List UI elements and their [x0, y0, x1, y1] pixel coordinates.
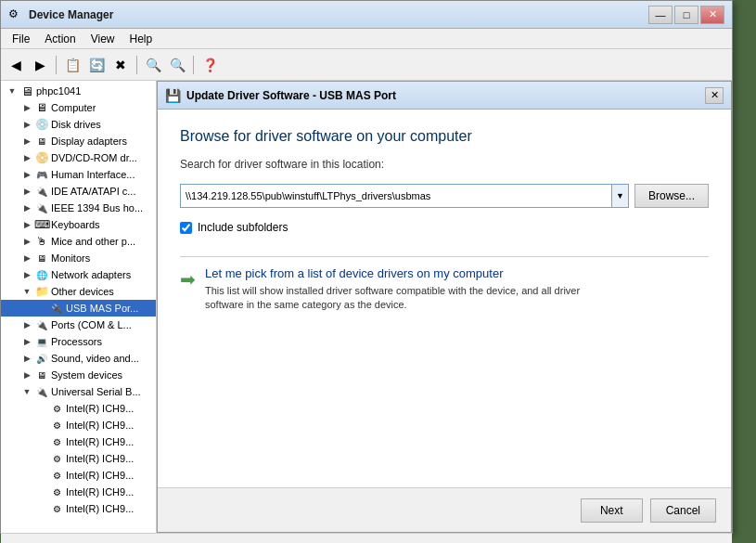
back-icon[interactable]: ◀	[5, 54, 27, 76]
processors-icon	[34, 334, 49, 349]
tree-ieee[interactable]: ▶ IEEE 1394 Bus ho...	[1, 200, 156, 216]
tree-keyboard-label: Keyboards	[51, 219, 100, 230]
path-dropdown-button[interactable]: ▼	[611, 185, 628, 207]
tree-other-devices[interactable]: ▼ Other devices	[1, 283, 156, 300]
tree-intel-4[interactable]: Intel(R) ICH9...	[1, 450, 156, 467]
tree-ieee-label: IEEE 1394 Bus ho...	[51, 202, 143, 213]
expand-ide[interactable]: ▶	[19, 187, 34, 196]
expand-network[interactable]: ▶	[19, 270, 34, 279]
maximize-button[interactable]: □	[674, 6, 698, 24]
expand-ports[interactable]: ▶	[19, 320, 34, 330]
mice-icon	[34, 234, 49, 249]
dialog-title-text: Update Driver Software - USB MAS Port	[186, 89, 705, 102]
scan2-icon[interactable]: 🔍	[166, 54, 188, 76]
tree-dvd-label: DVD/CD-ROM dr...	[51, 152, 137, 163]
expand-sound[interactable]: ▶	[19, 354, 34, 363]
expand-dvd[interactable]: ▶	[19, 153, 34, 162]
expand-system[interactable]: ▶	[19, 370, 34, 380]
window-icon: ⚙	[8, 7, 23, 22]
menu-file[interactable]: File	[5, 31, 37, 47]
properties-icon[interactable]: 📋	[61, 54, 83, 76]
expand-display[interactable]: ▶	[19, 136, 34, 146]
tree-intel-2[interactable]: Intel(R) ICH9...	[1, 417, 156, 433]
cancel-button[interactable]: Cancel	[650, 498, 716, 523]
include-subfolders-label: Include subfolders	[198, 221, 288, 234]
path-input[interactable]	[181, 185, 611, 207]
menu-action[interactable]: Action	[37, 31, 83, 47]
menu-help[interactable]: Help	[122, 31, 160, 47]
expand-hid[interactable]: ▶	[19, 170, 34, 179]
tree-usb-mas[interactable]: USB MAS Por...	[1, 300, 156, 317]
tree-network-label: Network adapters	[51, 269, 131, 280]
main-area: ▼ phpc1041 ▶ Computer ▶ Disk drives ▶	[1, 81, 732, 533]
tree-computer-label: Computer	[51, 102, 96, 113]
tree-ide[interactable]: ▶ IDE ATA/ATAPI c...	[1, 183, 156, 200]
dialog-body: Browse for driver software on your compu…	[158, 110, 731, 487]
keyboard-icon	[34, 217, 49, 232]
help-icon[interactable]: ❓	[199, 54, 221, 76]
tree-hid[interactable]: ▶ Human Interface...	[1, 166, 156, 183]
tree-intel-5[interactable]: Intel(R) ICH9...	[1, 467, 156, 484]
universal-icon	[34, 384, 49, 399]
content-area: 💾 Update Driver Software - USB MAS Port …	[157, 81, 732, 533]
expand-processors[interactable]: ▶	[19, 337, 34, 346]
window-controls: — □ ✕	[648, 6, 724, 24]
tree-disk-drives[interactable]: ▶ Disk drives	[1, 116, 156, 133]
scan-icon[interactable]: 🔍	[142, 54, 164, 76]
tree-keyboard[interactable]: ▶ Keyboards	[1, 216, 156, 233]
root-icon	[19, 84, 34, 98]
close-button[interactable]: ✕	[700, 6, 724, 24]
expand-root[interactable]: ▼	[5, 86, 19, 96]
tree-intel-3[interactable]: Intel(R) ICH9...	[1, 433, 156, 450]
tree-display[interactable]: ▶ Display adapters	[1, 133, 156, 149]
tree-intel-6[interactable]: Intel(R) ICH9...	[1, 484, 156, 500]
tree-intel-7[interactable]: Intel(R) ICH9...	[1, 500, 156, 517]
expand-ieee[interactable]: ▶	[19, 203, 34, 213]
search-label: Search for driver software in this locat…	[180, 158, 709, 171]
expand-other[interactable]: ▼	[19, 287, 34, 296]
intel-7-icon	[49, 501, 64, 516]
tree-network[interactable]: ▶ Network adapters	[1, 266, 156, 283]
window-title: Device Manager	[29, 8, 648, 21]
toolbar-separator-2	[136, 56, 137, 74]
tree-ports[interactable]: ▶ Ports (COM & L...	[1, 317, 156, 333]
uninstall-icon[interactable]: ✖	[109, 54, 132, 76]
expand-mice[interactable]: ▶	[19, 237, 34, 246]
usb-mas-icon	[49, 301, 64, 316]
tree-root-label: phpc1041	[36, 85, 81, 97]
tree-universal[interactable]: ▼ Universal Serial B...	[1, 383, 156, 400]
disk-icon	[34, 117, 49, 132]
include-subfolders-checkbox[interactable]	[180, 222, 192, 234]
expand-disk[interactable]: ▶	[19, 120, 34, 129]
tree-intel-1[interactable]: Intel(R) ICH9...	[1, 400, 156, 417]
dialog-title-bar: 💾 Update Driver Software - USB MAS Port …	[158, 82, 731, 110]
pick-title-link[interactable]: Let me pick from a list of device driver…	[205, 266, 613, 280]
sound-icon	[34, 351, 49, 366]
tree-mice[interactable]: ▶ Mice and other p...	[1, 233, 156, 250]
tree-root[interactable]: ▼ phpc1041	[1, 83, 156, 99]
tree-dvd[interactable]: ▶ DVD/CD-ROM dr...	[1, 149, 156, 166]
update-icon[interactable]: 🔄	[85, 54, 108, 76]
tree-intel-4-label: Intel(R) ICH9...	[66, 453, 134, 464]
expand-universal[interactable]: ▼	[19, 387, 34, 396]
tree-sound[interactable]: ▶ Sound, video and...	[1, 350, 156, 367]
tree-system[interactable]: ▶ System devices	[1, 367, 156, 383]
browse-button[interactable]: Browse...	[634, 184, 709, 208]
expand-monitors[interactable]: ▶	[19, 253, 34, 263]
minimize-button[interactable]: —	[648, 6, 673, 24]
expand-keyboard[interactable]: ▶	[19, 220, 34, 229]
tree-computer[interactable]: ▶ Computer	[1, 99, 156, 116]
pick-description: This list will show installed driver sof…	[205, 284, 613, 313]
tree-system-label: System devices	[51, 369, 122, 381]
tree-processors[interactable]: ▶ Processors	[1, 333, 156, 350]
expand-computer[interactable]: ▶	[19, 103, 34, 112]
tree-monitors-label: Monitors	[51, 252, 90, 264]
tree-intel-3-label: Intel(R) ICH9...	[66, 436, 134, 447]
tree-monitors[interactable]: ▶ Monitors	[1, 250, 156, 266]
next-button[interactable]: Next	[581, 498, 643, 523]
dialog-close-button[interactable]: ✕	[705, 87, 724, 104]
title-bar: ⚙ Device Manager — □ ✕	[1, 1, 732, 29]
dvd-icon	[34, 150, 49, 165]
menu-view[interactable]: View	[83, 31, 122, 47]
forward-icon[interactable]: ▶	[29, 54, 51, 76]
